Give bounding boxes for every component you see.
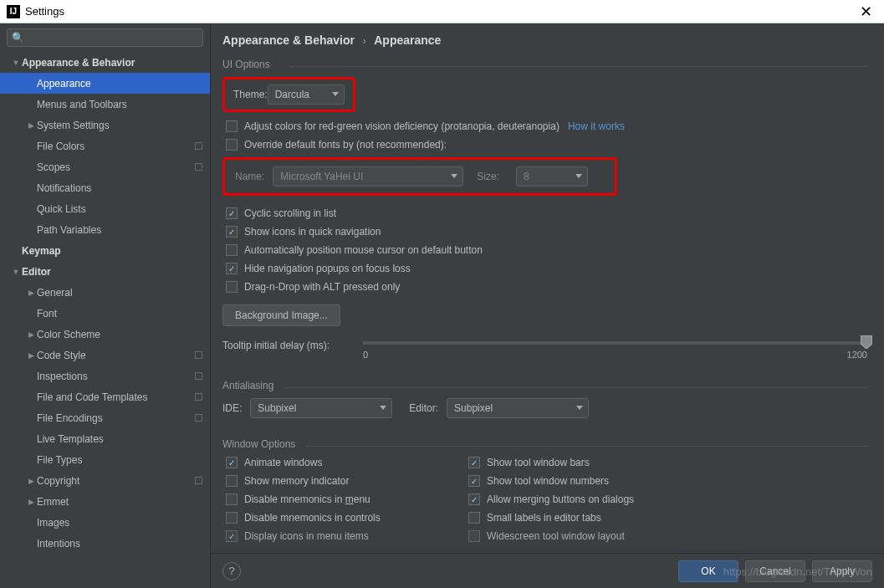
show-icons-label: Show icons in quick navigation — [244, 226, 381, 238]
window-option-checkbox[interactable] — [468, 512, 480, 524]
sidebar-item-label: File Colors — [37, 141, 194, 152]
window-title: Settings — [25, 5, 855, 18]
font-size-select[interactable]: 8 — [516, 166, 588, 187]
main-panel: Appearance & Behavior › Appearance UI Op… — [211, 23, 884, 588]
override-fonts-label: Override default fonts by (not recommend… — [244, 139, 447, 151]
chevron-right-icon: ▶ — [25, 289, 37, 297]
hide-popups-checkbox[interactable] — [226, 263, 238, 274]
window-option-checkbox[interactable] — [226, 493, 238, 505]
adjust-colors-checkbox[interactable] — [226, 120, 238, 132]
project-badge-icon: ☐ — [194, 350, 203, 361]
sidebar-item-label: Inspections — [37, 371, 194, 382]
aa-editor-label: Editor: — [409, 402, 438, 414]
sidebar-item-label: File Types — [37, 454, 203, 466]
titlebar: IJ Settings ✕ — [0, 0, 884, 23]
window-option-label: Disable mnemonics in controls — [244, 512, 381, 524]
sidebar-item-label: Keymap — [22, 245, 203, 257]
show-icons-checkbox[interactable] — [226, 226, 238, 238]
aa-ide-value: Subpixel — [258, 402, 296, 414]
window-option-checkbox[interactable] — [226, 457, 238, 468]
tooltip-delay-slider[interactable] — [363, 341, 867, 345]
window-option-checkbox[interactable] — [226, 475, 238, 487]
sidebar-item-scopes[interactable]: Scopes☐ — [0, 156, 210, 177]
sidebar-item-file-colors[interactable]: File Colors☐ — [0, 135, 210, 156]
search-input[interactable] — [7, 28, 203, 47]
window-option-checkbox[interactable] — [226, 530, 238, 542]
dragdrop-checkbox[interactable] — [226, 281, 238, 293]
section-antialiasing: Antialiasing — [222, 380, 867, 395]
sidebar-item-font[interactable]: Font — [0, 303, 210, 324]
aa-ide-label: IDE: — [222, 402, 242, 414]
aa-editor-select[interactable]: Subpixel — [447, 398, 589, 418]
sidebar-item-quick-lists[interactable]: Quick Lists — [0, 198, 210, 219]
sidebar-item-label: General — [37, 287, 203, 299]
auto-mouse-checkbox[interactable] — [226, 244, 238, 256]
sidebar-item-notifications[interactable]: Notifications — [0, 177, 210, 198]
breadcrumb: Appearance & Behavior › Appearance — [222, 30, 867, 59]
sidebar-item-label: Notifications — [37, 182, 203, 194]
sidebar-item-intentions[interactable]: Intentions — [0, 533, 210, 554]
sidebar-item-label: Emmet — [37, 496, 203, 508]
sidebar-item-file-and-code-templates[interactable]: File and Code Templates☐ — [0, 386, 210, 407]
window-option-checkbox[interactable] — [468, 530, 480, 542]
sidebar-item-label: Code Style — [37, 350, 194, 361]
sidebar-item-file-encodings[interactable]: File Encodings☐ — [0, 407, 210, 428]
breadcrumb-leaf: Appearance — [374, 33, 441, 47]
theme-select[interactable]: Darcula — [268, 84, 345, 105]
override-fonts-checkbox[interactable] — [226, 139, 238, 151]
window-option-checkbox[interactable] — [468, 475, 480, 487]
chevron-down-icon: ▼ — [10, 59, 22, 67]
search-icon: 🔍 — [12, 32, 24, 43]
aa-editor-value: Subpixel — [454, 402, 493, 414]
sidebar-item-path-variables[interactable]: Path Variables — [0, 219, 210, 240]
sidebar-item-label: Path Variables — [37, 224, 203, 236]
font-name-select[interactable]: Microsoft YaHei UI — [273, 166, 463, 187]
project-badge-icon: ☐ — [194, 371, 203, 382]
window-option-checkbox[interactable] — [226, 512, 238, 524]
sidebar-item-code-style[interactable]: ▶Code Style☐ — [0, 345, 210, 366]
sidebar-item-general[interactable]: ▶General — [0, 282, 210, 303]
sidebar-item-menus-and-toolbars[interactable]: Menus and Toolbars — [0, 94, 210, 115]
auto-mouse-label: Automatically position mouse cursor on d… — [244, 244, 483, 256]
sidebar-item-color-scheme[interactable]: ▶Color Scheme — [0, 324, 210, 345]
project-badge-icon: ☐ — [194, 412, 203, 424]
ok-button[interactable]: OK — [678, 560, 738, 582]
sidebar-item-copyright[interactable]: ▶Copyright☐ — [0, 470, 210, 491]
background-image-button[interactable]: Background Image... — [222, 304, 340, 326]
cancel-button[interactable]: Cancel — [745, 560, 805, 582]
slider-thumb-icon[interactable] — [861, 335, 872, 349]
svg-marker-0 — [861, 335, 872, 349]
chevron-down-icon — [575, 174, 582, 178]
settings-tree[interactable]: ▼Appearance & BehaviorAppearanceMenus an… — [0, 52, 210, 588]
close-icon[interactable]: ✕ — [855, 3, 877, 21]
font-override-highlight: Name: Microsoft YaHei UI Size: 8 — [222, 157, 617, 196]
how-it-works-link[interactable]: How it works — [568, 120, 625, 132]
sidebar-item-label: Appearance — [37, 78, 203, 89]
window-option-checkbox[interactable] — [468, 493, 480, 505]
sidebar-item-appearance-behavior[interactable]: ▼Appearance & Behavior — [0, 52, 210, 73]
sidebar-item-images[interactable]: Images — [0, 512, 210, 533]
sidebar-item-system-settings[interactable]: ▶System Settings — [0, 115, 210, 135]
sidebar-item-live-templates[interactable]: Live Templates — [0, 428, 210, 449]
apply-button[interactable]: Apply — [812, 560, 872, 582]
sidebar-item-appearance[interactable]: Appearance — [0, 73, 210, 94]
breadcrumb-root: Appearance & Behavior — [222, 33, 355, 47]
sidebar-item-label: Live Templates — [37, 433, 203, 445]
aa-ide-select[interactable]: Subpixel — [250, 398, 392, 418]
chevron-down-icon — [380, 406, 386, 410]
window-option-label: Animate windows — [244, 457, 322, 468]
help-button[interactable]: ? — [222, 562, 241, 580]
window-option-checkbox[interactable] — [468, 457, 480, 468]
sidebar-item-keymap[interactable]: Keymap — [0, 240, 210, 261]
font-name-label: Name: — [235, 171, 264, 182]
sidebar-item-emmet[interactable]: ▶Emmet — [0, 491, 210, 512]
chevron-right-icon: ▶ — [25, 498, 37, 506]
sidebar-item-inspections[interactable]: Inspections☐ — [0, 366, 210, 386]
cyclic-scroll-checkbox[interactable] — [226, 207, 238, 219]
sidebar-item-file-types[interactable]: File Types — [0, 449, 210, 470]
sidebar-item-label: Copyright — [37, 475, 194, 487]
theme-label: Theme: — [233, 89, 268, 100]
sidebar-item-editor[interactable]: ▼Editor — [0, 261, 210, 282]
dragdrop-label: Drag-n-Drop with ALT pressed only — [244, 281, 400, 293]
sidebar-item-label: System Settings — [37, 120, 203, 131]
